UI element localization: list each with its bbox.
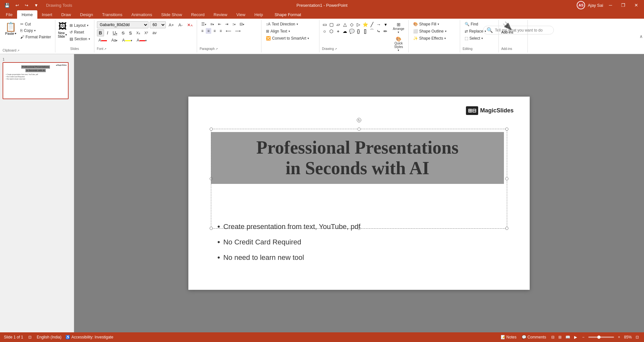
restore-button[interactable]: ❐	[618, 0, 629, 10]
shape-fill-button[interactable]: 🎨 Shape Fill ▾	[411, 21, 449, 27]
handle-middle-right[interactable]	[505, 177, 508, 180]
comments-button[interactable]: 💬 Comments	[520, 334, 547, 340]
shape-circle[interactable]: ○	[321, 28, 328, 34]
reading-view-button[interactable]: 📖	[564, 334, 572, 340]
shape-cloud[interactable]: ☁	[342, 28, 348, 34]
superscript-button[interactable]: X²	[143, 30, 150, 35]
tab-review[interactable]: Review	[209, 10, 232, 19]
zoom-out-button[interactable]: −	[581, 334, 586, 340]
addins-button[interactable]: 🔌 Add-ins	[501, 21, 513, 34]
ltr-button[interactable]: ⟶	[233, 28, 242, 34]
shape-brace[interactable]: {}	[355, 28, 362, 34]
shape-diamond[interactable]: ◇	[348, 21, 355, 28]
shape-bracket[interactable]: []	[362, 28, 368, 34]
copy-button[interactable]: ⎘ Copy ▾	[19, 28, 52, 33]
shape-rectangle[interactable]: ▭	[321, 21, 328, 28]
tab-draw[interactable]: Draw	[57, 10, 75, 19]
char-spacing-button[interactable]: av	[151, 30, 158, 36]
shape-connector[interactable]: ⤷	[375, 28, 382, 34]
tab-transitions[interactable]: Transitions	[98, 10, 127, 19]
strikethrough-button[interactable]: S	[120, 30, 126, 36]
increase-font-size-button[interactable]: A+	[167, 22, 175, 28]
arrange-button[interactable]: ⊞ Arrange ▾	[391, 21, 406, 34]
select-button[interactable]: ⬚ Select ▾	[463, 35, 488, 41]
shadow-button[interactable]: S	[128, 30, 134, 36]
format-painter-button[interactable]: 🖌 Format Painter	[19, 34, 52, 40]
clear-formatting-button[interactable]: ✕A	[185, 22, 194, 28]
tab-insert[interactable]: Insert	[37, 10, 57, 19]
rotate-handle[interactable]: ↻	[357, 118, 361, 122]
decrease-indent-button[interactable]: ⇤	[216, 21, 223, 27]
shape-plus[interactable]: +	[335, 28, 341, 34]
redo-button[interactable]: ↪	[23, 2, 30, 8]
user-avatar[interactable]: AS	[577, 1, 585, 9]
shape-freeform[interactable]: ✏	[382, 28, 389, 34]
shape-parallelogram[interactable]: ▱	[335, 21, 341, 28]
shape-curve[interactable]: ⌒	[369, 28, 375, 34]
line-spacing-button[interactable]: ↕▾	[231, 21, 237, 27]
notes-button[interactable]: 📝 Notes	[499, 334, 518, 340]
increase-indent-button[interactable]: ⇥	[223, 21, 230, 27]
ribbon-collapse[interactable]: ∧	[638, 20, 644, 52]
handle-top-left[interactable]	[210, 128, 213, 131]
highlight-color-button[interactable]: A▾	[120, 37, 134, 43]
align-right-button[interactable]: ≡	[212, 28, 217, 34]
tab-view[interactable]: View	[232, 10, 250, 19]
slide-title[interactable]: Professional Presentations in Seconds wi…	[217, 137, 497, 179]
slideshow-button[interactable]: ▶	[573, 334, 578, 340]
rtl-button[interactable]: ⟵	[224, 28, 233, 34]
handle-top-right[interactable]	[505, 128, 508, 131]
customize-qat-button[interactable]: ▼	[32, 2, 40, 8]
normal-view-button[interactable]: ⊟	[550, 334, 556, 340]
collapse-ribbon-icon[interactable]: ∧	[639, 34, 643, 39]
reset-button[interactable]: ↺ Reset	[68, 29, 91, 35]
cut-button[interactable]: ✂ Cut	[19, 21, 52, 27]
numbering-button[interactable]: ≡▾	[209, 21, 216, 27]
handle-top-middle[interactable]	[357, 128, 361, 131]
new-slide-button[interactable]: 🖼 New Slide ▾	[58, 21, 67, 38]
undo-button[interactable]: ↩	[14, 2, 21, 8]
slide-info-expand-button[interactable]: ⊡	[27, 334, 33, 340]
tab-help[interactable]: Help	[250, 10, 268, 19]
find-button[interactable]: 🔍 Find	[463, 21, 488, 27]
tab-record[interactable]: Record	[186, 10, 209, 19]
save-button[interactable]: 💾	[3, 2, 12, 8]
handle-bottom-left[interactable]	[210, 227, 213, 230]
layout-button[interactable]: ⊞ Layout ▾	[68, 23, 91, 28]
drawing-expand-icon[interactable]: ↗	[335, 47, 337, 51]
slide-1-thumbnail[interactable]: 1 ■ MagicSlides Professional Presentatio…	[3, 57, 71, 99]
align-center-button[interactable]: ≡	[206, 28, 211, 34]
shape-callout[interactable]: 💬	[348, 28, 355, 34]
tab-animations[interactable]: Animations	[127, 10, 156, 19]
paste-button[interactable]: 📋 Paste▾	[3, 21, 19, 51]
slide-canvas[interactable]: ⊞⊟ MagicSlides ↻ Professional P	[188, 97, 530, 290]
shape-star[interactable]: ⭐	[362, 21, 368, 28]
align-text-button[interactable]: ⊞ Align Text ▾	[264, 28, 311, 34]
shape-line[interactable]: ╱	[369, 21, 375, 28]
justify-button[interactable]: ≡	[218, 28, 223, 34]
close-button[interactable]: ✕	[631, 0, 641, 10]
zoom-slider[interactable]	[588, 337, 614, 338]
columns-button[interactable]: ⊟▾	[238, 21, 246, 27]
zoom-in-button[interactable]: +	[617, 334, 621, 340]
font-family-select[interactable]: Gabarito_80d2dd	[97, 21, 148, 28]
bullets-button[interactable]: ☰▾	[200, 21, 208, 27]
font-color-dropdown-button[interactable]: A▾	[135, 37, 148, 43]
shape-triangle[interactable]: △	[342, 21, 348, 28]
tab-shape-format[interactable]: Shape Format	[270, 10, 306, 19]
italic-button[interactable]: I	[105, 30, 110, 36]
decrease-font-size-button[interactable]: A-	[177, 22, 184, 28]
paragraph-expand-icon[interactable]: ↗	[215, 47, 218, 51]
shape-outline-button[interactable]: ⬜ Shape Outline ▾	[411, 28, 449, 34]
font-color-button[interactable]: A	[97, 37, 109, 43]
shape-arrow[interactable]: →	[375, 21, 382, 28]
tab-slideshow[interactable]: Slide Show	[156, 10, 186, 19]
shape-hexagon[interactable]: ⬡	[328, 28, 335, 34]
minimize-button[interactable]: ─	[606, 0, 615, 10]
convert-smartart-button[interactable]: 🔀 Convert to SmartArt ▾	[264, 35, 311, 41]
section-button[interactable]: ▤ Section ▾	[68, 36, 91, 42]
subscript-button[interactable]: X₂	[135, 30, 141, 36]
quick-styles-button[interactable]: 🎨 Quick Styles ▾	[391, 36, 406, 52]
font-size-field[interactable]: Aa▾	[110, 37, 119, 43]
replace-button[interactable]: ⇄ Replace ▾	[463, 28, 488, 34]
